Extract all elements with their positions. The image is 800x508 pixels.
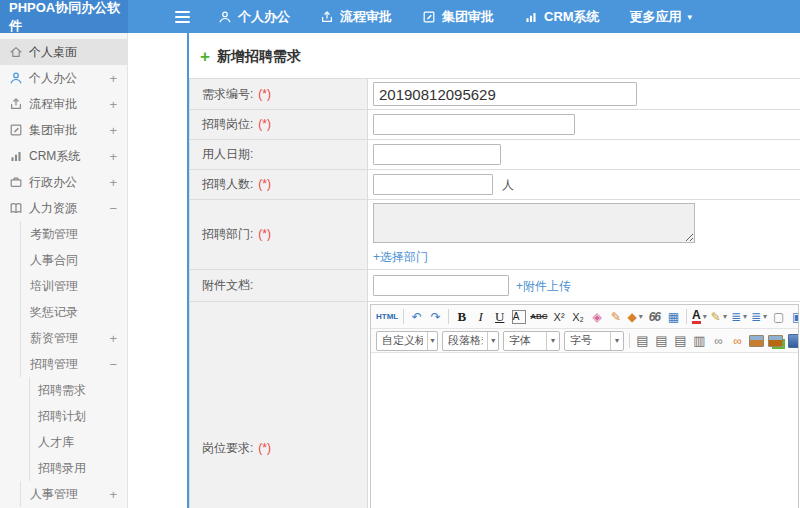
topnav-workflow-approval[interactable]: 流程审批 (320, 8, 392, 26)
attachment-upload-link[interactable]: +附件上传 (516, 279, 571, 293)
font-size-select[interactable]: 字号▾ (564, 331, 624, 351)
collapse-icon[interactable]: − (109, 357, 117, 372)
sidebar-item-personal-desktop[interactable]: 个人桌面 (0, 39, 127, 65)
link-icon[interactable]: ∞ (710, 331, 727, 350)
strikethrough-icon[interactable]: ABC (529, 307, 548, 326)
sidebar-item-admin-office[interactable]: 行政办公+ (0, 169, 127, 195)
font-color-icon[interactable]: A▾ (691, 307, 708, 326)
upload-image-icon[interactable] (767, 331, 784, 350)
quick-format-icon[interactable]: ◆▾ (627, 307, 644, 326)
sidebar-item-personal-office[interactable]: 个人办公+ (0, 65, 127, 91)
headcount-input[interactable] (373, 174, 493, 195)
sidebar-item-salary-mgmt[interactable]: 薪资管理+ (0, 325, 127, 351)
insert-media-icon[interactable] (786, 331, 798, 350)
highlight-pen-icon[interactable]: ✎▾ (710, 307, 728, 326)
image-partial-icon[interactable]: ▣ (789, 307, 798, 326)
font-box-icon[interactable]: A (510, 307, 527, 326)
html-source-icon[interactable]: HTML (375, 307, 399, 326)
italic-icon[interactable]: I (472, 307, 489, 326)
sidebar-item-recruit-mgmt[interactable]: 招聘管理− (0, 351, 127, 377)
caret-down-icon: ▾ (723, 312, 727, 321)
sidebar-item-workflow-approval[interactable]: 流程审批+ (0, 91, 127, 117)
align-justify-icon[interactable]: ▥ (691, 331, 708, 350)
sidebar-item-talent-pool[interactable]: 人才库 (0, 429, 127, 455)
collapse-icon[interactable]: − (109, 201, 117, 216)
editor-toolbar-row1: HTML↶↷BIUAABCX²X₂◈✎◆▾66▦A▾✎▾≣▾≣▾▢▣ (371, 305, 798, 329)
undo-icon[interactable]: ↶ (408, 307, 425, 326)
topnav-personal-office[interactable]: 个人办公 (218, 8, 290, 26)
topnav-more-apps[interactable]: 更多应用▾ (630, 8, 693, 26)
new-page-icon[interactable]: ▢ (770, 307, 787, 326)
topnav-group-approval[interactable]: 集团审批 (422, 8, 494, 26)
sidebar-item-group-approval[interactable]: 集团审批+ (0, 117, 127, 143)
superscript-icon[interactable]: X² (551, 307, 568, 326)
blockquote-icon[interactable]: 66 (646, 307, 663, 326)
person-icon (9, 71, 29, 85)
expand-icon[interactable]: + (109, 487, 117, 502)
sidebar-item-label: 个人办公 (29, 70, 105, 87)
sidebar-item-recruit-requirement[interactable]: 招聘需求 (0, 377, 127, 403)
topnav-label: 集团审批 (442, 8, 494, 26)
sidebar-item-attendance-mgmt[interactable]: 考勤管理 (0, 221, 127, 247)
field-label-position: 招聘岗位:(*) (190, 110, 368, 140)
underline-icon[interactable]: U (491, 307, 508, 326)
sidebar-item-crm-system[interactable]: CRM系统+ (0, 143, 127, 169)
bold-icon[interactable]: B (453, 307, 470, 326)
align-left-glyph: ▤ (636, 333, 648, 348)
edit-icon (422, 10, 436, 24)
redo-icon[interactable]: ↷ (427, 307, 444, 326)
expand-icon[interactable]: + (109, 331, 117, 346)
sidebar-item-label: 奖惩记录 (30, 304, 117, 321)
caret-down-icon: ▾ (743, 312, 747, 321)
unordered-list-icon[interactable]: ≣▾ (750, 307, 768, 326)
topnav-label: CRM系统 (544, 8, 600, 26)
image-partial-glyph: ▣ (792, 310, 798, 324)
ordered-list-icon[interactable]: ≣▾ (730, 307, 748, 326)
sidebar-item-hr-contract[interactable]: 人事合同 (0, 247, 127, 273)
expand-icon[interactable]: + (109, 123, 117, 138)
unlink-glyph: ∞ (733, 334, 742, 348)
department-textarea[interactable] (373, 203, 695, 243)
chart-icon (9, 149, 29, 163)
sidebar-item-personnel-mgmt[interactable]: 人事管理+ (0, 481, 127, 507)
expand-icon[interactable]: + (109, 97, 117, 112)
unlink-icon[interactable]: ∞ (729, 331, 746, 350)
font-color-glyph: A (692, 310, 701, 324)
expand-icon[interactable]: + (109, 149, 117, 164)
app-logo: PHPOA协同办公软件 (0, 0, 128, 33)
subscript-icon[interactable]: X₂ (570, 307, 587, 326)
sidebar-item-label: 人事管理 (30, 486, 105, 503)
sidebar-item-reward-punishment[interactable]: 奖惩记录 (0, 299, 127, 325)
highlight-pen-glyph: ✎ (711, 310, 721, 324)
insert-table-icon[interactable]: ▦ (665, 307, 682, 326)
select-department-link[interactable]: +选择部门 (373, 250, 428, 264)
eraser-icon[interactable]: ◈ (589, 307, 606, 326)
sidebar-item-training-mgmt[interactable]: 培训管理 (0, 273, 127, 299)
bold-glyph: B (457, 309, 466, 325)
align-left-icon[interactable]: ▤ (634, 331, 651, 350)
position-input[interactable] (373, 114, 575, 135)
hire-date-input[interactable] (373, 144, 501, 165)
editor-body[interactable] (371, 353, 798, 508)
insert-image-icon[interactable] (748, 331, 765, 350)
align-right-icon[interactable]: ▤ (672, 331, 689, 350)
heading-select[interactable]: 自定义标题▾ (376, 331, 438, 351)
menu-toggle-icon[interactable] (175, 8, 190, 26)
sidebar-item-recruit-hiring[interactable]: 招聘录用 (0, 455, 127, 481)
requirement-no-input[interactable] (373, 82, 637, 106)
expand-icon[interactable]: + (109, 71, 117, 86)
expand-icon[interactable]: + (109, 175, 117, 190)
align-center-icon[interactable]: ▤ (653, 331, 670, 350)
sidebar-item-label: 人事合同 (30, 252, 117, 269)
format-brush-icon[interactable]: ✎ (608, 307, 625, 326)
topnav-crm-system[interactable]: CRM系统 (524, 8, 600, 26)
toolbar-separator (448, 309, 449, 324)
paragraph-select[interactable]: 段落格式▾ (442, 331, 499, 351)
caret-down-icon: ▾ (427, 332, 437, 350)
paragraph-select-value: 段落格式 (448, 333, 483, 348)
sidebar-item-recruit-plan[interactable]: 招聘计划 (0, 403, 127, 429)
sidebar-item-human-resources[interactable]: 人力资源− (0, 195, 127, 221)
insert-table-glyph: ▦ (668, 310, 679, 324)
attachment-input[interactable] (373, 275, 509, 296)
font-family-select[interactable]: 字体▾ (503, 331, 560, 351)
